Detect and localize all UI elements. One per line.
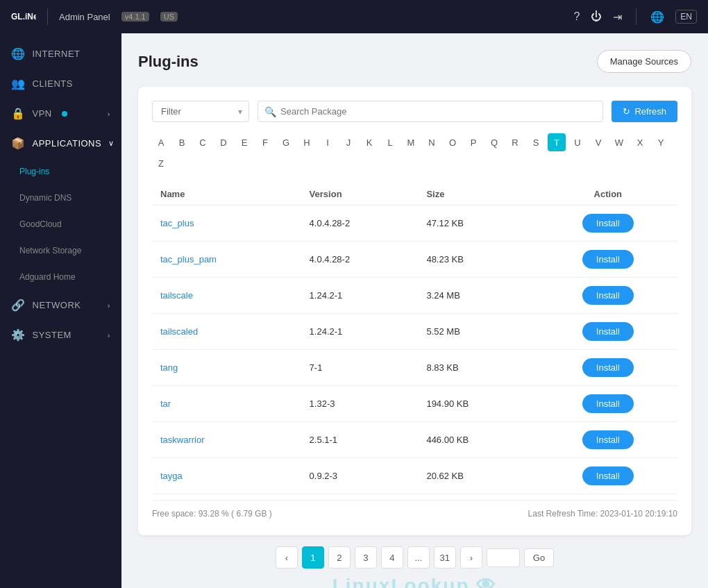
pagination-next[interactable]: ›: [460, 546, 482, 569]
alpha-letter-p[interactable]: P: [464, 133, 482, 151]
power-icon[interactable]: ⏻: [591, 10, 602, 23]
pagination-page-4[interactable]: 4: [381, 546, 403, 569]
system-chevron-icon: ›: [108, 331, 110, 339]
package-size: 8.83 KB: [418, 350, 538, 386]
alpha-letter-s[interactable]: S: [527, 133, 545, 151]
sidebar-item-network[interactable]: 🔗 NETWORK ›: [0, 290, 121, 320]
package-name-link[interactable]: tac_plus_pam: [160, 254, 217, 264]
alpha-letter-x[interactable]: X: [631, 133, 649, 151]
install-button[interactable]: Install: [582, 358, 634, 377]
alpha-letter-l[interactable]: L: [381, 133, 399, 151]
table-row: tar 1.32-3 194.90 KB Install: [152, 386, 677, 422]
alpha-letter-f[interactable]: F: [256, 133, 274, 151]
topbar-divider: [47, 8, 48, 25]
globe-icon[interactable]: 🌐: [650, 10, 664, 24]
table-row: tayga 0.9.2-3 20.62 KB Install: [152, 458, 677, 494]
main-layout: 🌐 INTERNET 👥 CLIENTS 🔒 VPN › 📦 APPLICATI…: [0, 33, 708, 588]
col-name: Name: [152, 183, 301, 205]
pagination-page-2[interactable]: 2: [328, 546, 351, 569]
goto-button[interactable]: Go: [524, 548, 554, 567]
pagination-prev[interactable]: ‹: [276, 546, 298, 569]
free-space-text: Free space: 93.28 % ( 6.79 GB ): [152, 509, 272, 519]
install-button[interactable]: Install: [582, 322, 634, 341]
content-area: Plug-ins Manage Sources Filter 🔍 ↻: [121, 33, 708, 588]
alpha-letter-j[interactable]: J: [339, 133, 357, 151]
language-selector[interactable]: EN: [675, 10, 697, 24]
package-name-link[interactable]: tailscale: [160, 290, 193, 301]
sidebar-item-internet-label: INTERNET: [33, 49, 81, 59]
pagination-page-3[interactable]: 3: [355, 546, 377, 569]
install-button[interactable]: Install: [582, 467, 634, 485]
refresh-button[interactable]: ↻ Refresh: [612, 101, 677, 122]
sidebar-item-internet[interactable]: 🌐 INTERNET: [0, 39, 121, 69]
alpha-letter-n[interactable]: N: [423, 133, 441, 151]
alpha-letter-m[interactable]: M: [402, 133, 420, 151]
install-button[interactable]: Install: [582, 286, 634, 305]
sidebar-item-network-storage[interactable]: Network Storage: [0, 237, 121, 264]
package-name-link[interactable]: tac_plus: [160, 218, 194, 228]
alpha-letter-i[interactable]: I: [319, 133, 337, 151]
alpha-letter-h[interactable]: H: [298, 133, 316, 151]
sidebar-item-plug-ins[interactable]: Plug-ins: [0, 158, 121, 185]
sidebar-item-network-label: NETWORK: [33, 300, 81, 310]
alpha-letter-z[interactable]: Z: [152, 154, 170, 172]
alpha-letter-b[interactable]: B: [173, 133, 191, 151]
alpha-letter-o[interactable]: O: [444, 133, 462, 151]
topbar: GL.iNet Admin Panel v4.1.1 US ? ⏻ ⇥ 🌐 EN: [0, 0, 708, 33]
alpha-letter-a[interactable]: A: [152, 133, 170, 151]
package-name-link[interactable]: tayga: [160, 471, 183, 481]
forward-icon[interactable]: ⇥: [613, 10, 622, 24]
vpn-chevron-icon: ›: [108, 110, 110, 118]
sidebar-item-clients[interactable]: 👥 CLIENTS: [0, 69, 121, 99]
alpha-letter-u[interactable]: U: [568, 133, 587, 151]
manage-sources-button[interactable]: Manage Sources: [597, 50, 691, 73]
alpha-letter-k[interactable]: K: [360, 133, 378, 151]
filter-select[interactable]: Filter: [152, 101, 249, 122]
alpha-letter-v[interactable]: V: [589, 133, 607, 151]
package-name-link[interactable]: tailscaled: [160, 326, 198, 337]
sidebar-item-adguard-home[interactable]: Adguard Home: [0, 264, 121, 290]
sidebar-plug-ins-label: Plug-ins: [19, 167, 49, 176]
sidebar-item-applications[interactable]: 📦 APPLICATIONS ∨: [0, 128, 121, 158]
panel-footer: Free space: 93.28 % ( 6.79 GB ) Last Ref…: [152, 500, 677, 521]
help-icon[interactable]: ?: [573, 10, 580, 23]
alpha-letter-y[interactable]: Y: [652, 133, 670, 151]
sidebar-adguard-home-label: Adguard Home: [19, 272, 76, 282]
col-version: Version: [301, 183, 419, 205]
sidebar-item-vpn-label: VPN: [33, 108, 52, 119]
alpha-letter-e[interactable]: E: [235, 133, 253, 151]
package-name-link[interactable]: tang: [160, 362, 178, 373]
package-version: 1.24.2-1: [301, 278, 419, 314]
sidebar-item-system[interactable]: ⚙️ SYSTEM ›: [0, 320, 121, 350]
alpha-letter-d[interactable]: D: [214, 133, 233, 151]
install-button[interactable]: Install: [582, 250, 634, 269]
pagination: ‹1234...31› Go: [138, 546, 691, 569]
sidebar-item-dynamic-dns[interactable]: Dynamic DNS: [0, 185, 121, 211]
logo: GL.iNet: [11, 8, 36, 25]
col-action: Action: [539, 183, 677, 205]
alpha-letter-r[interactable]: R: [506, 133, 524, 151]
sidebar-item-goodcloud[interactable]: GoodCloud: [0, 211, 121, 237]
applications-chevron-icon: ∨: [108, 139, 115, 148]
topbar-region: US: [160, 12, 178, 22]
page-header: Plug-ins Manage Sources: [138, 50, 691, 73]
package-size: 48.23 KB: [418, 242, 538, 278]
goto-input[interactable]: [487, 548, 520, 567]
package-name-link[interactable]: taskwarrior: [160, 435, 205, 445]
install-button[interactable]: Install: [582, 394, 634, 413]
alpha-letter-c[interactable]: C: [194, 133, 212, 151]
alpha-letter-w[interactable]: W: [610, 133, 628, 151]
package-name-link[interactable]: tar: [160, 398, 171, 409]
pagination-page-31[interactable]: 31: [434, 546, 456, 569]
alpha-letter-t[interactable]: T: [548, 133, 566, 151]
package-size: 3.24 MB: [418, 278, 538, 314]
install-button[interactable]: Install: [582, 430, 634, 449]
install-button[interactable]: Install: [582, 214, 634, 233]
pagination-page-1[interactable]: 1: [302, 546, 324, 569]
network-icon: 🔗: [11, 299, 26, 312]
alpha-letter-g[interactable]: G: [277, 133, 295, 151]
search-input[interactable]: [258, 101, 603, 122]
package-size: 47.12 KB: [418, 205, 538, 242]
alpha-letter-q[interactable]: Q: [485, 133, 503, 151]
sidebar-item-vpn[interactable]: 🔒 VPN ›: [0, 99, 121, 128]
